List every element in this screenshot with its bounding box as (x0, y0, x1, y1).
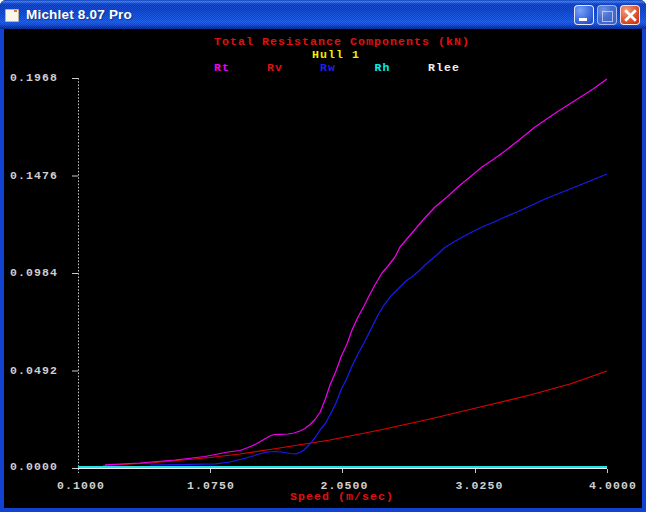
svg-text:0.1476: 0.1476 (10, 169, 58, 182)
svg-text:0.0984: 0.0984 (10, 266, 58, 279)
svg-text:Rw: Rw (320, 61, 336, 74)
svg-text:Rv: Rv (267, 61, 283, 74)
svg-text:0.1000: 0.1000 (57, 479, 105, 492)
svg-text:Total Resistance Components (k: Total Resistance Components (kN) (214, 35, 470, 48)
svg-text:Rt: Rt (214, 61, 230, 74)
svg-text:4.0000: 4.0000 (589, 479, 637, 492)
svg-text:Speed (m/sec): Speed (m/sec) (290, 490, 394, 503)
svg-text:Rh: Rh (375, 61, 391, 74)
svg-text:0.0492: 0.0492 (10, 364, 58, 377)
svg-text:Rlee: Rlee (428, 61, 460, 74)
svg-text:1.0750: 1.0750 (187, 479, 235, 492)
svg-text:Hull 1: Hull 1 (312, 48, 360, 61)
svg-text:0.1968: 0.1968 (10, 71, 58, 84)
svg-text:0.0000: 0.0000 (10, 460, 58, 473)
svg-text:3.0250: 3.0250 (456, 479, 504, 492)
